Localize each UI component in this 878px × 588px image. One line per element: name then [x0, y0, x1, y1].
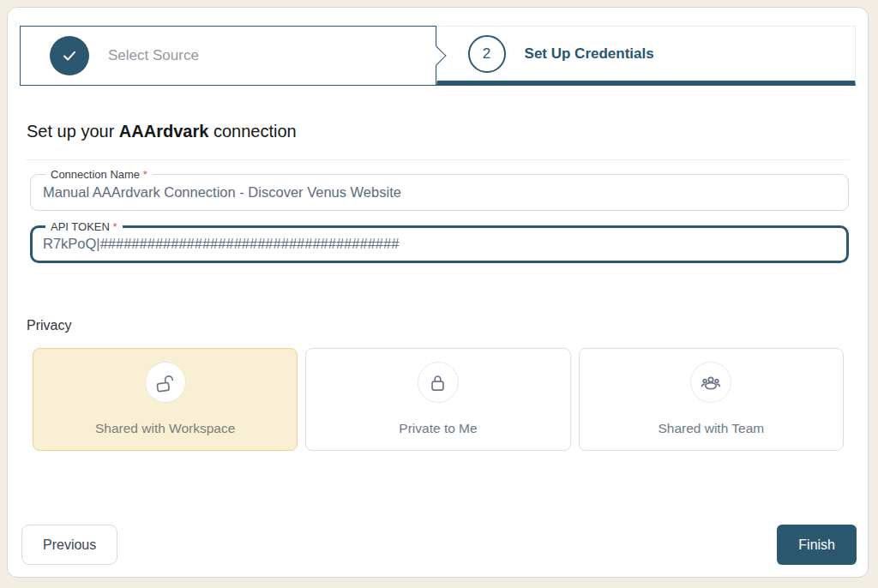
page-title-prefix: Set up your — [27, 122, 119, 141]
privacy-option-private-to-me[interactable]: Private to Me — [305, 348, 570, 451]
privacy-option-label: Private to Me — [399, 421, 477, 436]
step-label: Set Up Credentials — [525, 45, 654, 63]
step-label: Select Source — [108, 47, 199, 64]
unlock-icon — [154, 372, 176, 393]
wizard-card: Select Source 2 Set Up Credentials Set u… — [7, 7, 869, 578]
privacy-section-label: Privacy — [27, 318, 868, 333]
page-title-suffix: connection — [208, 122, 296, 141]
page-title: Set up your AAArdvark connection — [27, 122, 868, 141]
step-complete-badge — [50, 36, 89, 75]
privacy-option-shared-with-workspace[interactable]: Shared with Workspace — [33, 348, 298, 451]
privacy-option-label: Shared with Workspace — [95, 421, 235, 436]
required-asterisk: * — [113, 220, 117, 233]
check-icon — [60, 46, 79, 65]
section-divider — [26, 159, 850, 160]
icon-circle — [145, 362, 186, 403]
team-icon — [700, 371, 722, 393]
step-select-source[interactable]: Select Source — [20, 26, 436, 86]
connection-name-label: Connection Name * — [45, 168, 153, 181]
connection-name-input[interactable]: Manual AAArdvark Connection - Discover V… — [41, 182, 838, 201]
privacy-options: Shared with Workspace Private to Me — [33, 348, 844, 451]
stepper: Select Source 2 Set Up Credentials — [20, 26, 856, 86]
connector-name: AAArdvark — [119, 122, 208, 141]
step-set-up-credentials[interactable]: 2 Set Up Credentials — [436, 26, 856, 86]
privacy-option-shared-with-team[interactable]: Shared with Team — [579, 348, 844, 451]
api-token-input[interactable]: R7kPoQ|#################################… — [41, 233, 838, 252]
footer-actions: Previous Finish — [8, 525, 868, 565]
connection-name-field[interactable]: Connection Name * Manual AAArdvark Conne… — [30, 168, 849, 211]
api-token-label: API TOKEN * — [45, 220, 123, 233]
api-token-field[interactable]: API TOKEN * R7kPoQ|#####################… — [30, 220, 849, 263]
field-label-text: Connection Name — [51, 168, 140, 181]
finish-button[interactable]: Finish — [777, 525, 857, 565]
lock-icon — [427, 372, 448, 393]
field-label-text: API TOKEN — [51, 220, 110, 233]
previous-button[interactable]: Previous — [21, 525, 117, 565]
step-number-badge: 2 — [468, 35, 506, 73]
privacy-option-label: Shared with Team — [658, 421, 764, 436]
required-asterisk: * — [143, 168, 147, 181]
icon-circle — [690, 362, 731, 403]
icon-circle — [418, 362, 459, 403]
